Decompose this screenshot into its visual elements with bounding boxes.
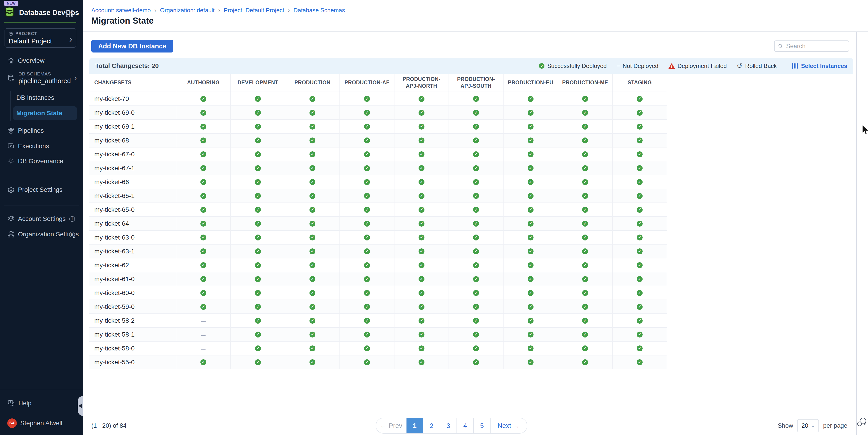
deployed-check-icon: ✓ [528, 110, 533, 116]
app-launcher-grid-icon[interactable] [66, 10, 73, 18]
status-cell: ✓ [340, 106, 394, 120]
status-cell: ✓ [176, 161, 230, 175]
deployed-check-icon: ✓ [473, 304, 479, 310]
sidebar-item-executions[interactable]: Executions [0, 140, 83, 152]
scrollbar-track[interactable] [856, 32, 857, 435]
status-cell: ✓ [558, 328, 612, 341]
status-cell: ✓ [449, 189, 503, 203]
breadcrumb-database-schemas[interactable]: Database Schemas [293, 7, 345, 14]
page-button-4[interactable]: 4 [457, 418, 473, 433]
deployed-check-icon: ✓ [637, 96, 643, 102]
sidebar-item-migration-state[interactable]: Migration State [13, 106, 77, 120]
arrow-left-icon: ← [380, 422, 386, 430]
sidebar-item-account-settings[interactable]: Account Settings i [0, 213, 83, 225]
status-cell: ✓ [503, 92, 558, 106]
next-page-button[interactable]: Next → [490, 418, 527, 433]
table-row: my-ticket-63-0✓✓✓✓✓✓✓✓✓ [89, 230, 667, 244]
sidebar-item-label: Help [19, 400, 32, 407]
deployed-check-icon: ✓ [255, 235, 261, 241]
deployed-check-icon: ✓ [364, 276, 370, 282]
changeset-name: my-ticket-69-1 [89, 120, 176, 133]
user-menu[interactable]: SA Stephen Atwell [0, 417, 83, 429]
deployed-check-icon: ✓ [200, 221, 206, 226]
status-cell: ✓ [503, 300, 558, 314]
sidebar-item-db-governance[interactable]: DB Governance [0, 155, 83, 167]
migration-state-table: CHANGESETSAUTHORINGDEVELOPMENTPRODUCTION… [89, 74, 667, 369]
deployed-check-icon: ✓ [255, 262, 261, 268]
sidebar-item-db-schemas[interactable]: DB SCHEMAS pipeline_authored › [0, 68, 83, 88]
org-chart-gear-icon [7, 231, 14, 238]
deployed-check-icon: ✓ [637, 235, 643, 241]
deployed-check-icon: ✓ [200, 207, 206, 213]
page-button-5[interactable]: 5 [473, 418, 490, 433]
result-range-text: (1 - 20) of 84 [91, 422, 127, 429]
breadcrumb-project[interactable]: Project: Default Project [224, 7, 284, 14]
status-cell: ✓ [340, 133, 394, 147]
info-icon[interactable]: i [69, 216, 75, 222]
sidebar-item-help[interactable]: ? Help [0, 397, 83, 409]
page-button-2[interactable]: 2 [423, 418, 440, 433]
page-button-1[interactable]: 1 [406, 418, 423, 433]
select-instances-button[interactable]: Select Instances [792, 62, 847, 69]
page-button-3[interactable]: 3 [440, 418, 457, 433]
search-input[interactable] [786, 43, 845, 50]
add-new-db-instance-button[interactable]: Add New DB Instance [91, 40, 173, 53]
sidebar-item-project-settings[interactable]: Project Settings [0, 184, 83, 196]
status-cell: ✓ [176, 230, 230, 244]
breadcrumb-account[interactable]: Account: satwell-demo [91, 7, 151, 14]
deployed-check-icon: ✓ [309, 96, 315, 102]
deployed-check-icon: ✓ [582, 124, 588, 129]
page-size-select[interactable]: 20 ⌄ [797, 419, 819, 432]
pipelines-icon [7, 127, 14, 134]
project-selector[interactable]: PROJECT Default Project › [4, 28, 76, 48]
prev-page-button[interactable]: ← Prev [376, 418, 406, 433]
page-header: Account: satwell-demo › Organization: de… [83, 0, 868, 32]
deployed-check-icon: ✓ [255, 96, 261, 102]
status-cell: ✓ [230, 286, 285, 300]
table-row: my-ticket-61-0✓✓✓✓✓✓✓✓✓ [89, 272, 667, 286]
sidebar-item-overview[interactable]: Overview [0, 55, 83, 67]
deployed-check-icon: ✓ [473, 235, 479, 241]
status-cell: ✓ [394, 147, 449, 161]
status-cell: ✓ [449, 258, 503, 272]
breadcrumb-organization[interactable]: Organization: default [160, 7, 215, 14]
deployed-check-icon: ✓ [418, 235, 425, 241]
deployed-check-icon: ✓ [309, 276, 315, 282]
status-cell: ✓ [612, 161, 667, 175]
search-box[interactable] [774, 40, 849, 52]
deployed-check-icon: ✓ [418, 165, 425, 171]
chat-widget-button[interactable] [857, 416, 868, 430]
sidebar-item-pipelines[interactable]: Pipelines [0, 125, 83, 137]
status-cell: ✓ [449, 314, 503, 328]
table-row: my-ticket-64✓✓✓✓✓✓✓✓✓ [89, 217, 667, 230]
deployed-check-icon: ✓ [637, 151, 643, 157]
deployed-check-icon: ✓ [473, 124, 479, 129]
status-legend: ✓ Successfully Deployed Not Deployed Dep… [539, 62, 847, 69]
deployed-check-icon: ✓ [418, 110, 425, 116]
sidebar-item-db-instances[interactable]: DB Instances [13, 91, 77, 104]
sidebar-item-organization-settings[interactable]: Organization Settings i [0, 228, 83, 241]
failed-warning-icon [669, 63, 675, 69]
deployed-check-icon: ✓ [637, 318, 643, 323]
status-cell: ✓ [176, 286, 230, 300]
table-row: my-ticket-66✓✓✓✓✓✓✓✓✓ [89, 175, 667, 189]
deployed-check-icon: ✓ [418, 193, 425, 199]
status-cell: ✓ [176, 106, 230, 120]
database-gear-icon [7, 74, 15, 82]
status-cell: ✓ [340, 203, 394, 217]
changeset-name: my-ticket-67-1 [89, 161, 176, 175]
deployed-check-icon: ✓ [528, 332, 533, 338]
deployed-check-icon: ✓ [582, 193, 588, 199]
info-icon[interactable]: i [69, 231, 75, 237]
sidebar-collapse-handle[interactable] [78, 396, 83, 416]
legend-successfully-deployed: ✓ Successfully Deployed [539, 62, 607, 69]
deployed-check-icon: ✓ [582, 235, 588, 241]
status-cell: ✓ [612, 189, 667, 203]
status-cell: ✓ [230, 203, 285, 217]
column-header-production: PRODUCTION [285, 74, 340, 92]
deployed-check-icon: ✓ [255, 151, 261, 157]
status-cell: ✓ [503, 120, 558, 133]
deployed-check-icon: ✓ [255, 304, 261, 310]
status-cell: ✓ [449, 286, 503, 300]
status-cell: ✓ [285, 230, 340, 244]
